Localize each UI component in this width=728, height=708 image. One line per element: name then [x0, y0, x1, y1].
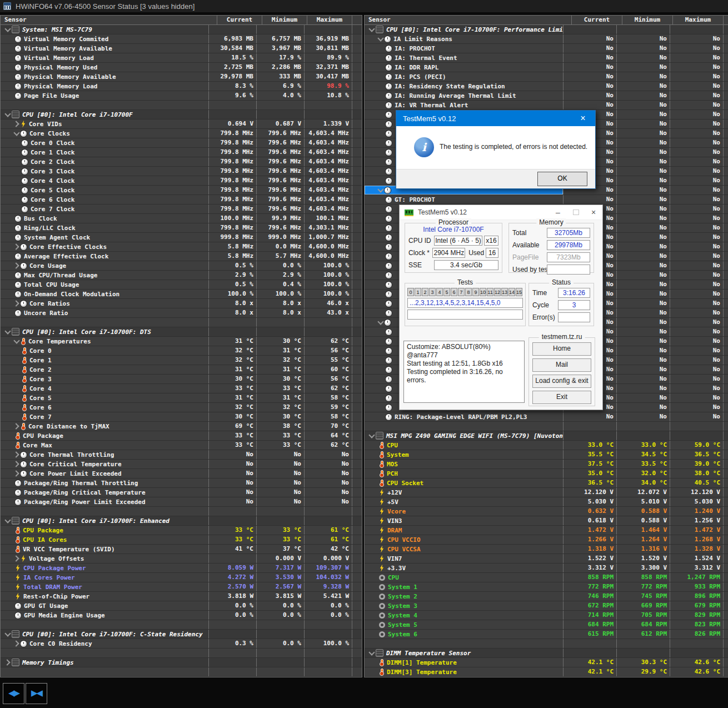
column-header-minimum[interactable]: Minimum [622, 16, 672, 24]
sensor-row[interactable]: Voltage Offsets0.000 V0.000 V [1, 554, 362, 564]
sensor-row[interactable]: Physical Memory Available29,978 MB333 MB… [1, 72, 362, 82]
test-number-button[interactable]: 11 [487, 288, 493, 296]
table-header[interactable]: Sensor Current Minimum Maximum [1, 16, 362, 25]
chevron-right-icon[interactable] [4, 659, 12, 666]
sensor-row[interactable]: System 2746 RPM745 RPM896 RPM [365, 592, 728, 601]
testmem5-titlebar[interactable]: TestMem5 v0.12 – × [400, 205, 602, 220]
sensor-row[interactable]: Rest-of-Chip Power3.818 W3.815 W5.421 W [1, 592, 362, 601]
sensor-row[interactable]: Package/Ring Power Limit ExceededNoNoNo [1, 497, 362, 507]
sensor-row[interactable]: Core 531 °C31 °C58 °C [1, 393, 362, 403]
sensor-row[interactable]: Total CPU Usage0.5 %0.4 %100.0 % [1, 280, 362, 290]
sensor-row[interactable]: System35.5 °C34.5 °C36.5 °C [365, 450, 728, 460]
close-icon[interactable]: × [571, 111, 595, 126]
test-number-button[interactable]: 7 [458, 288, 465, 296]
chevron-down-icon[interactable] [368, 649, 376, 657]
sensor-row[interactable]: GT: PROCHOTNoNoNo [365, 195, 728, 205]
sensor-row[interactable]: Virtual Memory Available30,584 MB3,967 M… [1, 44, 362, 53]
chevron-down-icon[interactable] [4, 517, 12, 525]
sensor-row[interactable]: IA: Residency State RegulationNoNoNo [365, 82, 728, 91]
section-row[interactable]: CPU [#0]: Intel Core i7-10700F: Enhanced [1, 516, 362, 526]
sensor-row[interactable]: Core 3 Clock799.8 MHz799.6 MHz4,603.4 MH… [1, 167, 362, 176]
chevron-down-icon[interactable] [4, 328, 12, 336]
section-row[interactable]: CPU [#0]: Intel Core i7-10700F: Performa… [365, 25, 728, 34]
sensor-row[interactable]: PCH35.0 °C32.0 °C38.0 °C [365, 469, 728, 478]
sensor-row[interactable]: +3.3V3.312 V3.300 V3.312 V [365, 564, 728, 573]
test-number-button[interactable]: 12 [494, 288, 501, 296]
close-icon[interactable]: × [585, 208, 602, 217]
sensor-row[interactable]: Core 730 °C30 °C58 °C [1, 412, 362, 422]
sensor-row[interactable]: IA: DDR RAPLNoNoNo [365, 63, 728, 72]
sensor-row[interactable]: IA: Running Average Thermal LimitNoNoNo [365, 91, 728, 101]
sensor-row[interactable]: Physical Memory Load8.3 %6.9 %98.9 % [1, 82, 362, 91]
sensor-row[interactable]: Ring/LLC Clock799.8 MHz799.6 MHz4,303.1 … [1, 223, 362, 233]
sensor-row[interactable]: Vcore0.632 V0.588 V1.240 V [365, 507, 728, 516]
chevron-right-icon[interactable] [13, 640, 21, 647]
sensor-row[interactable]: System 3672 RPM669 RPM679 RPM [365, 601, 728, 611]
sensor-row[interactable]: Core 032 °C31 °C56 °C [1, 346, 362, 356]
sensor-row[interactable]: Total DRAM Power2.570 W2.567 W9.328 W [1, 582, 362, 592]
column-header-current[interactable]: Current [571, 16, 622, 24]
sensor-row[interactable]: CPU VCCSA1.318 V1.316 V1.328 V [365, 545, 728, 554]
sensor-row[interactable]: Core 330 °C30 °C56 °C [1, 375, 362, 384]
chevron-down-icon[interactable] [13, 129, 21, 137]
site-button[interactable]: Mail [532, 358, 591, 372]
chevron-down-icon[interactable] [368, 432, 376, 440]
sensor-row[interactable]: Core Thermal ThrottlingNoNoNo [1, 450, 362, 460]
chevron-down-icon[interactable] [377, 318, 385, 326]
chevron-down-icon[interactable] [377, 35, 385, 43]
test-number-button[interactable]: 0 [407, 288, 414, 296]
test-number-button[interactable]: 14 [508, 288, 515, 296]
sensor-row[interactable]: System 5684 RPM684 RPM823 RPM [365, 620, 728, 630]
sensor-row[interactable]: Page File Usage9.6 %4.0 %10.8 % [1, 91, 362, 101]
sensor-row[interactable]: CPU Package33 °C33 °C61 °C [1, 526, 362, 535]
chevron-right-icon[interactable] [13, 120, 21, 128]
chevron-right-icon[interactable] [13, 243, 21, 251]
chevron-right-icon[interactable] [13, 555, 21, 562]
sensor-row[interactable]: System Agent Clock999.8 MHz999.0 MHz1,00… [1, 233, 362, 242]
sensor-row[interactable]: System 4714 RPM705 RPM829 RPM [365, 611, 728, 620]
shrink-columns-button[interactable]: ▶◀ [26, 683, 47, 704]
site-button[interactable]: Exit [532, 391, 591, 404]
sensor-row[interactable]: Core 2 Clock799.8 MHz799.6 MHz4,603.4 MH… [1, 157, 362, 167]
sensor-row[interactable]: Virtual Memory Commited6,983 MB6,757 MB3… [1, 34, 362, 44]
sensor-row[interactable]: Core C0 Residency0.3 %0.0 %100.0 % [1, 639, 362, 649]
sensor-row[interactable]: Core Max33 °C33 °C62 °C [1, 441, 362, 450]
sensor-row[interactable]: Core Distance to TjMAX69 °C38 °C70 °C [1, 422, 362, 431]
sensor-row[interactable]: Max CPU/Thread Usage2.9 %2.9 %100.0 % [1, 271, 362, 280]
section-row[interactable]: CPU [#0]: Intel Core i7-10700F [1, 110, 362, 119]
sensor-row[interactable]: Core VIDs0.694 V0.687 V1.339 V [1, 119, 362, 129]
sensor-row[interactable]: Uncore Ratio8.0 x8.0 x43.0 x [1, 308, 362, 318]
sensor-row[interactable]: Core Ratios8.0 x8.0 x46.0 x [1, 299, 362, 308]
chevron-down-icon[interactable] [377, 186, 385, 194]
section-row[interactable]: DIMM Temperature Sensor [365, 649, 728, 658]
sensor-row[interactable]: Core Power Limit ExceededNoNoNo [1, 469, 362, 478]
sensor-row[interactable]: System 6615 RPM612 RPM826 RPM [365, 630, 728, 639]
section-row[interactable]: CPU [#0]: Intel Core i7-10700F: C-State … [1, 630, 362, 639]
sensor-row[interactable]: Virtual Memory Load18.5 %17.9 %89.9 % [1, 53, 362, 63]
sensor-row[interactable]: CPU Socket36.5 °C34.0 °C40.5 °C [365, 478, 728, 488]
test-number-button[interactable]: 15 [516, 288, 522, 296]
column-header-sensor[interactable]: Sensor [1, 16, 217, 24]
sensor-row[interactable]: GPU Media Engine Usage0.0 %0.0 %0.0 % [1, 611, 362, 620]
test-number-button[interactable]: 3 [429, 288, 436, 296]
sensor-row[interactable]: CPU Package Power8.059 W7.317 W109.307 W [1, 564, 362, 573]
test-number-button[interactable]: 13 [501, 288, 508, 296]
sensor-row[interactable]: Core 5 Clock799.8 MHz799.6 MHz4,603.4 MH… [1, 186, 362, 195]
sensor-row[interactable]: VIN30.618 V0.588 V1.256 V [365, 516, 728, 526]
sensor-row[interactable]: IA Cores Power4.272 W3.530 W104.032 W [1, 573, 362, 582]
sensor-row[interactable]: CPU IA Cores33 °C33 °C61 °C [1, 535, 362, 545]
sensor-row[interactable]: Core Usage0.5 %0.0 %100.0 % [1, 261, 362, 271]
sensor-row[interactable]: On-Demand Clock Modulation100.0 %100.0 %… [1, 290, 362, 299]
sensor-row[interactable]: +5V5.030 V5.010 V5.030 V [365, 497, 728, 507]
sensor-row[interactable]: MOS37.5 °C33.5 °C39.0 °C [365, 460, 728, 469]
sensor-row[interactable]: Core 4 Clock799.8 MHz799.6 MHz4,603.4 MH… [1, 176, 362, 186]
minimize-button[interactable]: – [549, 208, 567, 217]
spread-columns-button[interactable]: ◀▶ [3, 683, 24, 704]
sensor-row[interactable]: DRAM1.472 V1.464 V1.472 V [365, 526, 728, 535]
sensor-row[interactable]: Core 7 Clock799.8 MHz799.6 MHz4,603.4 MH… [1, 205, 362, 214]
window-titlebar[interactable]: HWiNFO64 v7.06-4500 Sensor Status [3 val… [0, 0, 728, 12]
ok-button[interactable]: OK [537, 172, 587, 186]
sensor-row[interactable]: CPU Package33 °C33 °C64 °C [1, 431, 362, 441]
test-number-button[interactable]: 9 [472, 288, 479, 296]
sensor-row[interactable]: Core 433 °C33 °C62 °C [1, 384, 362, 393]
